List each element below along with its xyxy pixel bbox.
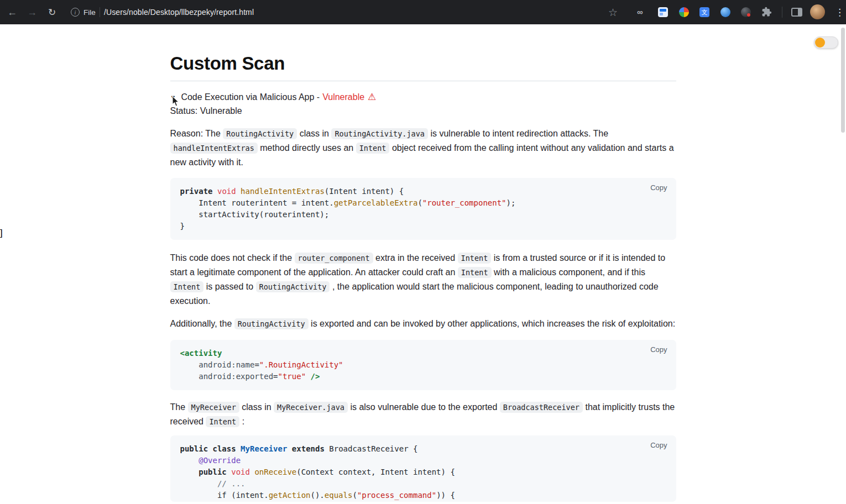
extension-icon-pinwheel[interactable]	[679, 7, 689, 17]
code-block-1: Copy private void handleIntentExtras(Int…	[170, 178, 676, 240]
extension-icon-dark-sphere[interactable]	[741, 7, 751, 17]
info-icon[interactable]: i	[71, 8, 80, 17]
avatar-image	[810, 4, 825, 19]
extension-icon-blue-sphere[interactable]	[720, 7, 730, 17]
warning-icon: ⚠	[368, 91, 376, 103]
report-content: Custom Scan ▼ Code Execution via Malicio…	[170, 53, 676, 502]
code-content-1: private void handleIntentExtras(Intent i…	[180, 186, 666, 232]
section-header[interactable]: ▼ Code Execution via Malicious App - Vul…	[170, 91, 676, 103]
extension-icon-window[interactable]	[658, 7, 668, 17]
menu-kebab-icon[interactable]: ⋮	[835, 7, 844, 18]
code-block-2: Copy <activity android:name=".RoutingAct…	[170, 340, 676, 390]
file-chip-label: File	[83, 7, 96, 17]
mouse-cursor	[171, 96, 180, 107]
vulnerable-label: Vulnerable	[322, 92, 364, 102]
puzzle-icon	[761, 7, 772, 17]
section-title: Code Execution via Malicious App -	[181, 92, 320, 102]
page-body: ] Custom Scan ▼ Code Execution via Malic…	[0, 24, 846, 504]
status-line: Status: Vulnerable	[170, 104, 676, 118]
side-panel-icon	[791, 8, 802, 17]
paragraph-myreceiver: The MyReceiver class in MyReceiver.java …	[170, 400, 676, 429]
floating-toggle[interactable]	[814, 36, 838, 49]
page-title: Custom Scan	[170, 53, 676, 81]
extensions-puzzle-icon[interactable]	[761, 7, 772, 17]
bookmark-star-icon[interactable]: ☆	[608, 6, 618, 19]
paragraph-reason: Reason: The RoutingActivity class in Rou…	[170, 127, 676, 169]
translate-icon: 文	[699, 7, 709, 17]
back-button[interactable]: ←	[4, 4, 20, 20]
extension-icon-infinity[interactable]: ∞	[637, 7, 643, 17]
dark-sphere-icon	[741, 7, 751, 17]
copy-button[interactable]: Copy	[650, 183, 667, 192]
omnibox-divider	[100, 7, 100, 17]
extension-icon-translate[interactable]: 文	[699, 7, 709, 17]
stray-bracket: ]	[0, 228, 3, 239]
paragraph-additionally: Additionally, the RoutingActivity is exp…	[170, 317, 676, 331]
scrollbar-thumb[interactable]	[841, 28, 845, 133]
paragraph-explanation: This code does not check if the router_c…	[170, 251, 676, 308]
url-text[interactable]: /Users/noble/Desktop/llbezpeky/report.ht…	[104, 7, 254, 18]
code-block-3: Copy public class MyReceiver extends Bro…	[170, 435, 676, 502]
toolbar-divider	[782, 7, 782, 18]
copy-button[interactable]: Copy	[650, 345, 667, 354]
blue-sphere-icon	[720, 7, 730, 17]
side-panel-button[interactable]	[791, 8, 802, 17]
profile-avatar[interactable]	[810, 4, 825, 19]
code-content-2: <activity android:name=".RoutingActivity…	[180, 348, 666, 382]
code-content-3: public class MyReceiver extends Broadcas…	[180, 443, 666, 501]
forward-button[interactable]: →	[24, 4, 40, 20]
copy-button[interactable]: Copy	[650, 441, 667, 449]
browser-toolbar: ← → ↻ i File /Users/noble/Desktop/llbezp…	[0, 0, 846, 24]
reload-button[interactable]: ↻	[44, 4, 60, 20]
window-icon	[658, 7, 668, 17]
toggle-knob	[815, 38, 825, 48]
pinwheel-icon	[679, 7, 689, 17]
